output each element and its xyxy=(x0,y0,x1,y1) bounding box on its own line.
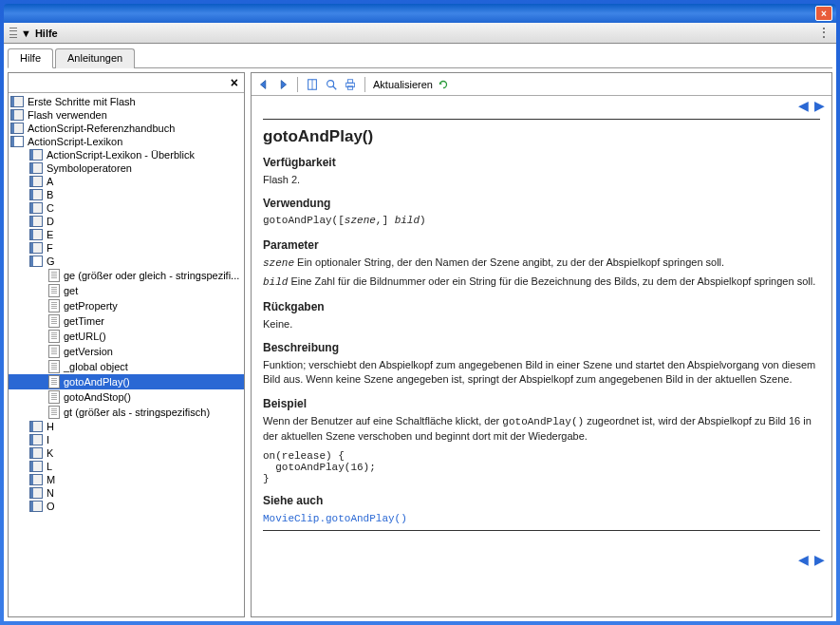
tree-item[interactable]: Erste Schritte mit Flash xyxy=(9,95,244,108)
print-button[interactable] xyxy=(342,76,359,93)
tree-item-label: A xyxy=(47,176,53,187)
tree-item-label: gt (größer als - stringspezifisch) xyxy=(64,407,210,418)
tree-item-label: Erste Schritte mit Flash xyxy=(28,96,136,107)
tree-item[interactable]: _global object xyxy=(9,359,244,374)
search-input[interactable] xyxy=(10,75,227,90)
code-example: on(release) { gotoAndPlay(16); } xyxy=(263,450,820,484)
panel-grip[interactable] xyxy=(9,27,17,40)
article: gotoAndPlay() Verfügbarkeit Flash 2. Ver… xyxy=(252,113,831,550)
tree-item-label: D xyxy=(47,216,54,227)
heading-availability: Verfügbarkeit xyxy=(263,156,820,169)
refresh-label: Aktualisieren xyxy=(373,79,433,90)
text-availability: Flash 2. xyxy=(263,173,820,187)
page-icon xyxy=(48,390,60,404)
page-icon xyxy=(48,345,60,358)
toolbar-separator xyxy=(364,77,365,92)
book-icon xyxy=(29,447,43,459)
tree-item[interactable]: F xyxy=(9,241,244,255)
tab-tutorials[interactable]: Anleitungen xyxy=(55,48,135,68)
book-icon xyxy=(29,242,43,254)
prev-topic-button[interactable]: ◀ xyxy=(798,552,812,565)
tree-item[interactable]: G xyxy=(9,255,244,268)
search-clear-icon[interactable]: × xyxy=(227,75,242,90)
next-topic-button[interactable]: ▶ xyxy=(814,552,828,565)
book-open-icon xyxy=(10,136,24,147)
window-close-button[interactable]: × xyxy=(815,6,832,21)
toolbar-separator xyxy=(297,77,298,92)
tree-item-label: ge (größer oder gleich - stringspezifi..… xyxy=(64,270,239,281)
heading-parameters: Parameter xyxy=(263,238,820,252)
content-toolbar: Aktualisieren xyxy=(252,73,831,96)
tree-item[interactable]: O xyxy=(9,500,244,513)
book-icon xyxy=(10,96,24,107)
tree-item[interactable]: get xyxy=(9,283,244,298)
topic-tree[interactable]: Erste Schritte mit FlashFlash verwendenA… xyxy=(9,93,244,616)
tree-item[interactable]: A xyxy=(9,175,244,188)
book-icon xyxy=(29,461,43,472)
tree-item[interactable]: E xyxy=(9,228,244,241)
pager-bottom: ◀ ▶ xyxy=(252,550,831,567)
tree-item-label: _global object xyxy=(64,361,128,372)
back-button[interactable] xyxy=(255,76,272,93)
tree-item[interactable]: getURL() xyxy=(9,329,244,344)
page-icon xyxy=(48,314,60,328)
tree-item[interactable]: B xyxy=(9,188,244,201)
tree-item[interactable]: gt (größer als - stringspezifisch) xyxy=(9,405,244,420)
page-icon xyxy=(48,330,60,343)
tree-item[interactable]: Symboloperatoren xyxy=(9,161,244,175)
content-pane: Aktualisieren ◀ ▶ gotoAndPlay() Verfügba… xyxy=(251,72,832,617)
tree-item[interactable]: N xyxy=(9,486,244,500)
tree-item[interactable]: L xyxy=(9,460,244,473)
tree-item[interactable]: gotoAndPlay() xyxy=(9,374,244,389)
tree-item-label: G xyxy=(47,256,55,267)
book-icon xyxy=(29,202,43,214)
next-topic-button[interactable]: ▶ xyxy=(814,98,828,111)
book-icon xyxy=(29,474,43,485)
tree-item-label: C xyxy=(47,202,54,214)
tree-item[interactable]: Flash verwenden xyxy=(9,108,244,122)
tree-item[interactable]: gotoAndStop() xyxy=(9,389,244,405)
tree-item[interactable]: H xyxy=(9,420,244,433)
tab-help[interactable]: Hilfe xyxy=(8,48,53,68)
tree-item[interactable]: I xyxy=(9,433,244,446)
tree-item-label: O xyxy=(47,501,55,512)
panel-title[interactable]: ▼ Hilfe xyxy=(21,28,58,39)
tree-item[interactable]: ActionScript-Lexikon xyxy=(9,135,244,148)
page-icon xyxy=(48,406,60,419)
tree-item-label: getVersion xyxy=(64,346,113,357)
tree-item[interactable]: getVersion xyxy=(9,344,244,359)
arrow-right-icon xyxy=(276,78,289,91)
tree-item[interactable]: C xyxy=(9,201,244,215)
tree-item[interactable]: ActionScript-Lexikon - Überblick xyxy=(9,148,244,161)
article-scroll[interactable]: ◀ ▶ gotoAndPlay() Verfügbarkeit Flash 2.… xyxy=(252,96,831,616)
book-icon xyxy=(29,434,43,445)
tree-item-label: H xyxy=(47,421,54,432)
page-icon xyxy=(48,284,60,297)
forward-button[interactable] xyxy=(274,76,291,93)
tree-item[interactable]: getProperty xyxy=(9,298,244,313)
prev-topic-button[interactable]: ◀ xyxy=(798,98,812,111)
tree-item-label: get xyxy=(64,285,78,296)
panel-menu-button[interactable] xyxy=(817,27,831,40)
tree-item[interactable]: ge (größer oder gleich - stringspezifi..… xyxy=(9,268,244,283)
tree-item-label: M xyxy=(47,474,55,485)
tree-item-label: E xyxy=(47,229,53,240)
search-button[interactable] xyxy=(323,76,340,93)
book-icon xyxy=(10,123,24,134)
tree-item[interactable]: M xyxy=(9,473,244,486)
refresh-button[interactable] xyxy=(435,76,452,93)
svg-point-2 xyxy=(327,80,334,86)
tree-item[interactable]: D xyxy=(9,215,244,228)
code-usage: gotoAndPlay([szene,] bild) xyxy=(263,214,820,228)
link-seealso[interactable]: MovieClip.gotoAndPlay() xyxy=(263,513,407,524)
tree-item-label: ActionScript-Lexikon xyxy=(28,136,122,147)
toc-button[interactable] xyxy=(304,76,321,93)
param-szene: szene Ein optionaler String, der den Nam… xyxy=(263,256,820,271)
tree-item[interactable]: getTimer xyxy=(9,313,244,329)
book-icon xyxy=(306,78,319,91)
tree-item[interactable]: ActionScript-Referenzhandbuch xyxy=(9,122,244,135)
tree-item[interactable]: K xyxy=(9,446,244,460)
heading-returns: Rückgaben xyxy=(263,300,820,313)
tree-item-label: I xyxy=(47,434,49,445)
book-icon xyxy=(29,162,43,174)
